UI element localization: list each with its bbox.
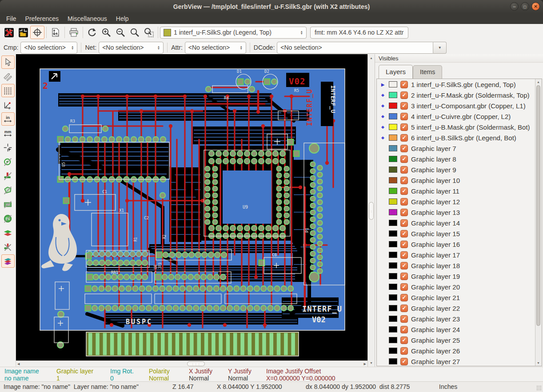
layer-visibility-checkbox[interactable]: ✓ [400,305,408,312]
layer-visibility-checkbox[interactable]: ✓ [400,166,408,174]
layer-row[interactable]: ▶ ✓ 1 interf_u-F.SilkS.gbr (Legend, Top) [377,79,542,90]
layer-color-swatch[interactable] [389,124,397,130]
diff-mode-button[interactable] [1,226,15,239]
resize-grip-icon[interactable] [536,385,542,391]
units-inch-button[interactable]: in [1,112,15,126]
layer-visibility-checkbox[interactable]: ✓ [400,262,408,269]
print-button[interactable] [67,26,81,39]
polar-coords-button[interactable]: φ [1,98,15,111]
scroll-up-icon[interactable]: ▲ [537,79,540,85]
scroll-up-icon[interactable]: ▲ [370,55,373,61]
layer-row[interactable]: ✓ Graphic layer 8 [377,154,542,164]
layer-visibility-checkbox[interactable]: ✓ [400,155,408,163]
layer-visibility-checkbox[interactable]: ✓ [400,219,408,227]
measure-tool-button[interactable] [1,70,15,83]
layer-row[interactable]: ✓ Graphic layer 26 [377,345,542,356]
recenter-button[interactable] [30,26,44,39]
canvas-vertical-scrollbar[interactable]: ▲ ▼ ⋮ [367,54,375,367]
scroll-down-icon[interactable]: ▼ [370,360,373,366]
layer-color-swatch[interactable] [389,305,397,311]
layer-color-swatch[interactable] [389,209,397,215]
layer-list-scroll-thumb[interactable] [536,85,540,326]
layer-visibility-checkbox[interactable]: ✓ [400,209,408,216]
menu-miscellaneous[interactable]: Miscellaneous [63,14,112,23]
layer-visibility-checkbox[interactable]: ✓ [400,230,408,238]
layer-visibility-checkbox[interactable]: ✓ [400,198,408,206]
polygons-sketch-button[interactable] [1,183,15,197]
layer-color-swatch[interactable] [389,177,397,183]
layer-row[interactable]: ✓ Graphic layer 19 [377,271,542,281]
layer-visibility-checkbox[interactable]: ✓ [400,358,408,365]
close-button[interactable]: ✕ [531,2,540,11]
menu-help[interactable]: Help [112,14,133,23]
layer-color-swatch[interactable] [389,103,397,109]
layer-list-scrollbar[interactable]: ▲ ▼ [535,79,542,366]
cmp-select[interactable]: <No selection> ▲▼ [20,42,77,54]
layer-row[interactable]: ✓ Graphic layer 14 [377,218,542,228]
layer-visibility-checkbox[interactable]: ✓ [400,177,408,184]
show-dcodes-button[interactable]: D1 [1,212,15,225]
layer-row[interactable]: ✓ Graphic layer 22 [377,303,542,313]
layer-visibility-checkbox[interactable]: ✓ [400,347,408,355]
tab-items[interactable]: Items [413,65,442,79]
open-gerber-button[interactable] [16,26,30,39]
layer-color-swatch[interactable] [389,220,397,226]
attr-select[interactable]: <No selection> ▲▼ [185,42,246,54]
layer-row[interactable]: ✓ Graphic layer 11 [377,186,542,196]
layer-color-swatch[interactable] [389,294,397,301]
layer-visibility-checkbox[interactable]: ✓ [400,134,408,142]
layer-row[interactable]: ✓ Graphic layer 17 [377,249,542,260]
layer-row[interactable]: ✓ Graphic layer 20 [377,281,542,292]
layer-color-swatch[interactable] [389,81,397,87]
layer-row[interactable]: ✓ Graphic layer 15 [377,228,542,239]
layer-visibility-checkbox[interactable]: ✓ [400,81,408,88]
layer-visibility-checkbox[interactable]: ✓ [400,102,408,110]
layer-color-swatch[interactable] [389,241,397,247]
menu-preferences[interactable]: Preferences [21,14,63,23]
scroll-left-icon[interactable]: ◀ [17,361,20,367]
layer-row[interactable]: ✓ Graphic layer 16 [377,239,542,249]
layer-visibility-checkbox[interactable]: ✓ [400,294,408,301]
gerber-canvas[interactable]: 2 D1 D2 R4 R3 V02 R5 INTERF_U INTERF_U U… [16,54,367,360]
layer-row[interactable]: ✓ Graphic layer 7 [377,143,542,154]
layer-list[interactable]: ▶ ✓ 1 interf_u-F.SilkS.gbr (Legend, Top)… [376,79,542,366]
layer-color-swatch[interactable] [389,273,397,279]
lines-sketch-button[interactable] [1,169,15,182]
layer-row[interactable]: ✓ Graphic layer 25 [377,335,542,345]
layer-color-swatch[interactable] [389,188,397,194]
select-tool-button[interactable] [1,55,15,69]
layer-color-swatch[interactable] [389,135,397,141]
layer-row[interactable]: ✓ Graphic layer 24 [377,324,542,335]
layer-visibility-checkbox[interactable]: ✓ [400,273,408,280]
zoom-in-button[interactable] [99,26,113,39]
titlebar[interactable]: GerbView — /tmp/plot_files/interf_u-F.Si… [0,0,543,14]
layer-visibility-checkbox[interactable]: ✓ [400,187,408,195]
clear-layers-button[interactable] [2,26,16,39]
layers-manager-toggle-button[interactable] [1,254,15,268]
layer-row[interactable]: ✓ Graphic layer 12 [377,196,542,207]
layer-color-swatch[interactable] [389,92,397,98]
layer-visibility-checkbox[interactable]: ✓ [400,113,408,120]
scroll-right-icon[interactable]: ▶ [364,361,366,367]
layer-row[interactable]: ◆ ✓ 4 interf_u-Cuivre.gbr (Copper, L2) [377,111,542,122]
layer-visibility-checkbox[interactable]: ✓ [400,91,408,99]
layer-color-swatch[interactable] [389,145,397,151]
layer-color-swatch[interactable] [389,284,397,290]
layer-row[interactable]: ✓ Graphic layer 27 [377,356,542,366]
canvas-horizontal-scrollbar[interactable]: ◀ ▶ ⋮⋮⋮ [16,360,367,367]
layer-color-swatch[interactable] [389,326,397,333]
layer-color-swatch[interactable] [389,358,397,364]
layer-visibility-checkbox[interactable]: ✓ [400,315,408,323]
layer-row[interactable]: ◆ ✓ 2 interf_u-F.Mask.gbr (Soldermask, T… [377,90,542,100]
flashed-items-sketch-button[interactable] [1,155,15,168]
scroll-down-icon[interactable]: ▼ [537,360,540,366]
minimize-button[interactable]: – [510,2,519,11]
negative-objects-button[interactable] [1,198,15,211]
layer-row[interactable]: ✓ Graphic layer 21 [377,292,542,303]
vertical-scroll-thumb[interactable]: ⋮ [369,202,374,220]
cursor-shape-button[interactable] [1,141,15,154]
horizontal-scroll-thumb[interactable]: ⋮⋮⋮ [187,361,205,366]
layer-color-swatch[interactable] [389,166,397,173]
layer-row[interactable]: ✓ Graphic layer 13 [377,207,542,218]
layer-color-swatch[interactable] [389,262,397,269]
